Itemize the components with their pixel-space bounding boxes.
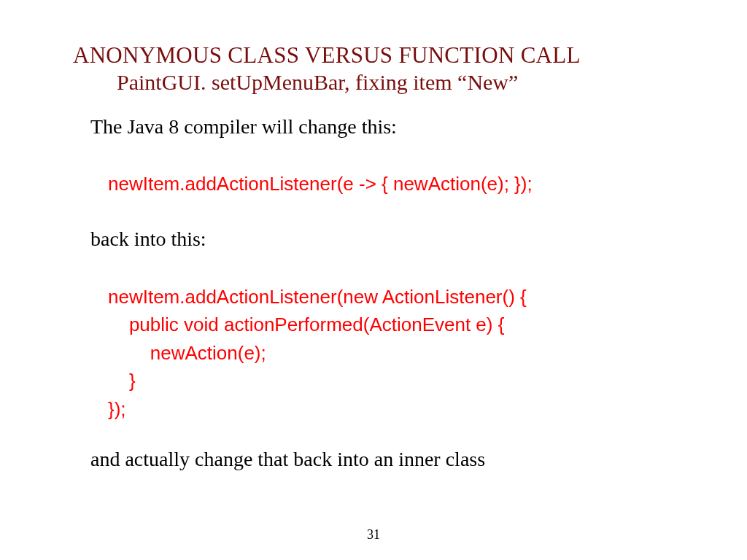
slide-content: ANONYMOUS CLASS VERSUS FUNCTION CALL Pai… (0, 0, 747, 471)
slide-title-line2: PaintGUI. setUpMenuBar, fixing item “New… (73, 70, 674, 95)
middle-text: back into this: (73, 228, 674, 251)
outro-text: and actually change that back into an in… (73, 448, 674, 471)
code-block-anonymous: newItem.addActionListener(new ActionList… (73, 283, 674, 423)
page-number: 31 (0, 527, 747, 542)
intro-text: The Java 8 compiler will change this: (73, 115, 674, 139)
code-block-lambda: newItem.addActionListener(e -> { newActi… (73, 171, 674, 198)
slide-title-line1: ANONYMOUS CLASS VERSUS FUNCTION CALL (73, 42, 674, 69)
